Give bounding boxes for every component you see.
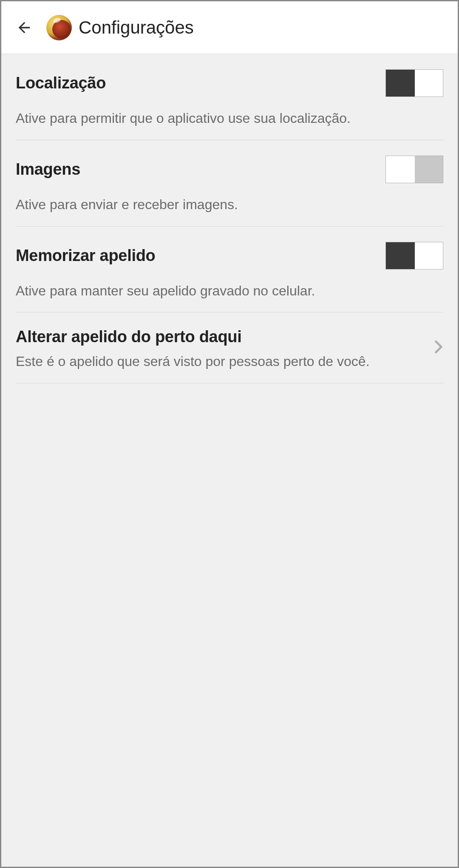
toggle-remember-nickname[interactable] bbox=[385, 242, 443, 269]
toggle-localization[interactable] bbox=[385, 69, 443, 97]
setting-remember-nickname: Memorizar apelido Ative para manter seu … bbox=[16, 227, 443, 313]
back-button[interactable] bbox=[14, 17, 34, 38]
chevron-right-icon bbox=[434, 340, 443, 355]
setting-remember-nickname-title: Memorizar apelido bbox=[16, 247, 156, 265]
setting-localization: Localização Ative para permitir que o ap… bbox=[16, 54, 443, 140]
settings-list: Localização Ative para permitir que o ap… bbox=[1, 54, 458, 383]
setting-localization-title: Localização bbox=[16, 74, 106, 92]
setting-change-nickname-title: Alterar apelido do perto daqui bbox=[16, 328, 242, 346]
toggle-images[interactable] bbox=[385, 156, 443, 183]
setting-change-nickname-description: Este é o apelido que será visto por pess… bbox=[16, 352, 443, 371]
toggle-knob bbox=[386, 70, 415, 96]
setting-images-description: Ative para enviar e receber imagens. bbox=[16, 195, 443, 214]
page-title: Configurações bbox=[79, 17, 194, 38]
setting-remember-nickname-description: Ative para manter seu apelido gravado no… bbox=[16, 281, 443, 301]
setting-localization-description: Ative para permitir que o aplicativo use… bbox=[16, 109, 443, 128]
app-logo-icon bbox=[46, 15, 72, 40]
app-header: Configurações bbox=[1, 1, 458, 54]
setting-images: Imagens Ative para enviar e receber imag… bbox=[16, 140, 443, 227]
setting-images-title: Imagens bbox=[16, 160, 80, 179]
toggle-knob bbox=[386, 156, 415, 183]
setting-change-nickname[interactable]: Alterar apelido do perto daqui Este é o … bbox=[16, 312, 443, 383]
arrow-back-icon bbox=[16, 19, 33, 36]
toggle-knob bbox=[386, 242, 415, 269]
